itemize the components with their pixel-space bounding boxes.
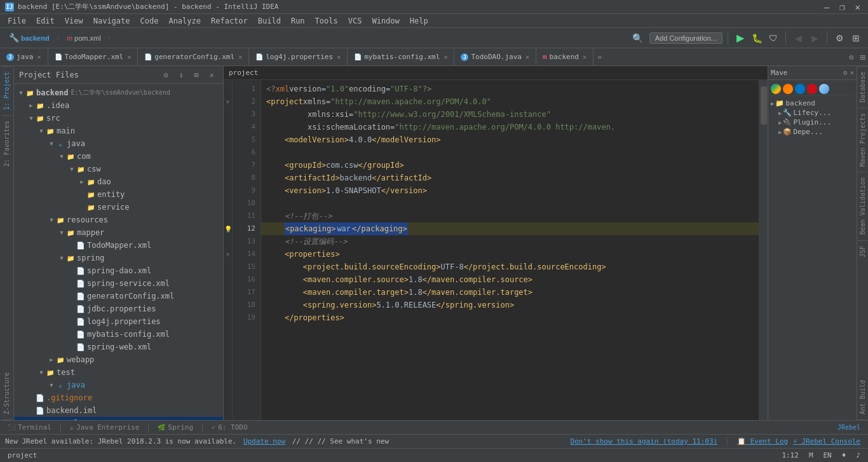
tab-mybatis-close[interactable]: ✕ bbox=[444, 53, 447, 60]
close-button[interactable]: ✕ bbox=[853, 2, 863, 12]
tab-log4j-close[interactable]: ✕ bbox=[337, 53, 341, 60]
fold-indicator-2[interactable]: ▼ bbox=[224, 95, 232, 108]
tree-item-log4j-prop[interactable]: ▶ 📄 log4j.properties bbox=[14, 315, 223, 328]
chrome-icon[interactable] bbox=[771, 84, 781, 94]
tree-item-genconfig-xml[interactable]: ▶ 📄 generatorConfig.xml bbox=[14, 290, 223, 302]
tree-item-idea[interactable]: ▶ 📁 .idea bbox=[14, 99, 223, 112]
event-log-link[interactable]: 📋 Event Log bbox=[737, 437, 788, 445]
bulb-indicator-12[interactable]: 💡 bbox=[224, 222, 232, 235]
tab-mybatis[interactable]: 📄 mybatis-config.xml ✕ bbox=[348, 48, 454, 65]
nav-forward-button[interactable]: ▶ bbox=[808, 31, 822, 45]
tree-item-backend-root[interactable]: ▼ 📁 backend E:\二学年\ssmAndvue\backend bbox=[14, 86, 223, 99]
status-encoding[interactable]: EN bbox=[821, 451, 834, 459]
maven-settings-icon[interactable]: ⚙ bbox=[843, 69, 848, 77]
tree-item-test-java[interactable]: ▼ ☕ java bbox=[14, 379, 223, 391]
menu-edit[interactable]: Edit bbox=[31, 15, 60, 27]
menu-view[interactable]: View bbox=[60, 15, 88, 27]
settings-button[interactable]: ⚙ bbox=[832, 31, 846, 45]
pom-breadcrumb[interactable]: m pom.xml bbox=[63, 31, 105, 46]
bottom-tab-java-enterprise[interactable]: ☕ Java Enterprise bbox=[65, 422, 144, 433]
tab-tododao-close[interactable]: ✕ bbox=[526, 53, 529, 60]
coverage-button[interactable]: 🛡 bbox=[766, 31, 780, 45]
tree-item-dao[interactable]: ▶ 📁 dao bbox=[14, 175, 223, 188]
run-button[interactable]: ▶ bbox=[733, 31, 747, 45]
firefox-icon[interactable] bbox=[783, 84, 793, 94]
menu-code[interactable]: Code bbox=[135, 15, 164, 27]
code-content[interactable]: <?xml version="1.0" encoding="UTF-8"?> <… bbox=[261, 80, 759, 420]
menu-file[interactable]: File bbox=[3, 15, 31, 27]
tree-item-entity[interactable]: ▶ 📁 entity bbox=[14, 188, 223, 201]
tab-java-close[interactable]: ✕ bbox=[37, 53, 41, 60]
layout-button[interactable]: ⊞ bbox=[849, 31, 863, 45]
fold-indicator-14[interactable]: ▼ bbox=[224, 248, 232, 261]
tree-item-todmapper-xml[interactable]: ▶ 📄 TodoMapper.xml bbox=[14, 239, 223, 252]
status-position[interactable]: 1:12 bbox=[779, 451, 801, 459]
tree-item-jdbc-prop[interactable]: ▶ 📄 jdbc.properties bbox=[14, 302, 223, 315]
tree-item-webapp[interactable]: ▶ 📁 webapp bbox=[14, 353, 223, 366]
maximize-button[interactable]: ❐ bbox=[837, 2, 847, 12]
status-indentation[interactable]: ♪ bbox=[853, 451, 863, 459]
opera-icon[interactable] bbox=[807, 84, 817, 94]
tree-item-src[interactable]: ▼ 📁 src bbox=[14, 112, 223, 125]
tab-todmapper[interactable]: 📄 TodoMapper.xml ✕ bbox=[48, 48, 139, 65]
add-configuration-button[interactable]: Add Configuration... bbox=[649, 32, 722, 44]
menu-window[interactable]: Window bbox=[367, 15, 404, 27]
tree-item-service[interactable]: ▶ 📁 service bbox=[14, 201, 223, 214]
tab-pin-btn[interactable]: ⊞ bbox=[858, 48, 868, 65]
tool-ant-build[interactable]: Ant Build bbox=[858, 375, 867, 420]
ie-icon[interactable] bbox=[795, 84, 805, 94]
sidebar-close-icon[interactable]: ✕ bbox=[205, 69, 218, 81]
tree-item-spring-service[interactable]: ▶ 📄 spring-service.xml bbox=[14, 277, 223, 290]
tab-overflow-btn[interactable]: » bbox=[593, 48, 606, 65]
minimize-button[interactable]: — bbox=[822, 2, 832, 12]
update-link[interactable]: Update now bbox=[243, 437, 285, 445]
tree-item-csw[interactable]: ▼ 📁 csw bbox=[14, 163, 223, 175]
menu-vcs[interactable]: VCS bbox=[343, 15, 367, 27]
tool-bean-validation[interactable]: Bean Validation bbox=[858, 172, 867, 240]
tool-favorites[interactable]: 2: Favorites bbox=[2, 115, 11, 172]
menu-run[interactable]: Run bbox=[286, 15, 310, 27]
tab-genconfig-close[interactable]: ✕ bbox=[238, 53, 242, 60]
status-line-separator[interactable]: ♦ bbox=[839, 451, 849, 459]
search-everywhere-btn[interactable]: 🔍 bbox=[628, 31, 647, 46]
tree-item-gitignore[interactable]: ▶ 📄 .gitignore bbox=[14, 391, 223, 404]
bottom-tab-terminal[interactable]: ⬛ Terminal bbox=[3, 422, 57, 433]
tool-database[interactable]: Database bbox=[858, 66, 867, 107]
tree-item-backend-iml[interactable]: ▶ 📄 backend.iml bbox=[14, 404, 223, 417]
menu-help[interactable]: Help bbox=[405, 15, 433, 27]
tab-tododao[interactable]: J TodoDAO.java ✕ bbox=[454, 48, 536, 65]
tree-item-resources[interactable]: ▼ 📁 resources bbox=[14, 214, 223, 226]
maven-item-lifecycle[interactable]: ▶ 🔧 Lifecy... bbox=[771, 108, 854, 118]
debug-button[interactable]: 🐛 bbox=[750, 31, 764, 45]
tree-item-com[interactable]: ▼ 📁 com bbox=[14, 150, 223, 163]
maven-close-icon[interactable]: ✕ bbox=[850, 69, 854, 77]
menu-navigate[interactable]: Navigate bbox=[88, 15, 135, 27]
tab-settings-btn[interactable]: ⚙ bbox=[845, 48, 857, 65]
sidebar-expand-icon[interactable]: ⊞ bbox=[190, 69, 203, 81]
nav-back-button[interactable]: ◀ bbox=[791, 31, 805, 45]
menu-tools[interactable]: Tools bbox=[310, 15, 343, 27]
breadcrumb-project[interactable]: project bbox=[229, 69, 258, 77]
menu-refactor[interactable]: Refactor bbox=[206, 15, 253, 27]
editor-scrollbar[interactable] bbox=[759, 80, 768, 420]
tab-java[interactable]: J java ✕ bbox=[0, 48, 48, 65]
maven-item-plugins[interactable]: ▶ 🔌 Plugin... bbox=[771, 118, 854, 127]
maven-item-dependencies[interactable]: ▶ 📦 Depe... bbox=[771, 127, 854, 137]
tab-genconfig[interactable]: 📄 generatorConfig.xml ✕ bbox=[138, 48, 249, 65]
tree-item-mapper[interactable]: ▼ 📁 mapper bbox=[14, 226, 223, 239]
jrebel-tool[interactable]: JRebel bbox=[832, 423, 865, 432]
tree-item-java-src[interactable]: ▼ ☕ java bbox=[14, 137, 223, 150]
tree-item-spring-dao[interactable]: ▶ 📄 spring-dao.xml bbox=[14, 264, 223, 277]
project-selector[interactable]: 🔧 backend bbox=[5, 31, 53, 46]
tool-project[interactable]: 1: Project bbox=[2, 66, 11, 115]
sidebar-sort-icon[interactable]: ↕ bbox=[175, 69, 187, 81]
tree-item-mybatis-xml[interactable]: ▶ 📄 mybatis-config.xml bbox=[14, 328, 223, 341]
menu-build[interactable]: Build bbox=[253, 15, 286, 27]
tool-jsf[interactable]: JSF bbox=[858, 240, 867, 262]
tool-maven-projects[interactable]: Maven Projects bbox=[858, 107, 867, 172]
tree-item-spring-web[interactable]: ▶ 📄 spring-web.xml bbox=[14, 341, 223, 353]
sidebar-settings-icon[interactable]: ⚙ bbox=[159, 69, 172, 81]
scrollbar-thumb[interactable] bbox=[761, 86, 767, 125]
status-insert-mode[interactable]: M bbox=[806, 451, 816, 459]
jrebel-console-link[interactable]: ⚡ JRebel Console bbox=[793, 437, 860, 445]
